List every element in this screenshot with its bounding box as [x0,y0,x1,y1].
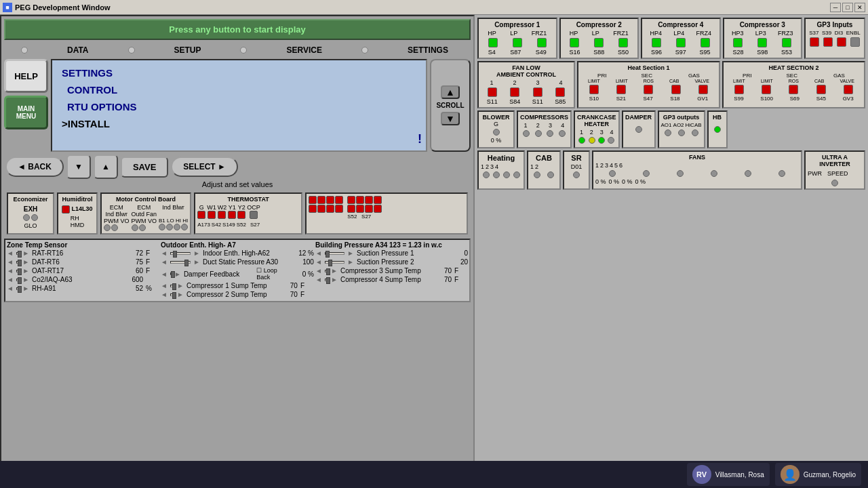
equipment-row: BLOWER G 0 % COMPRESSORS 1234 [477,110,865,148]
tab-setup[interactable]: SETUP [168,44,206,56]
left-arrow-rat[interactable]: ◄ [7,249,14,257]
left-arrow-c2s[interactable]: ◄ [161,291,167,298]
right-arrow-rh[interactable]: ► [22,285,29,292]
scroll-up[interactable]: ▲ [441,85,460,99]
ep-led-6 [317,205,326,213]
menu-item-settings[interactable]: SETTINGS [56,64,422,81]
sr-box: SR D01 [563,150,590,190]
comp1-led-lp [513,38,522,47]
c4s-value: 70 [425,276,452,283]
right-arrow-oat[interactable]: ► [22,267,29,274]
right-arrow-c3s[interactable]: ► [331,267,338,274]
user2-block: 👤 Guzman, Rogelio [775,463,861,486]
compressors-panel-box: COMPRESSORS 1234 [517,110,572,148]
help-button[interactable]: HELP [4,59,48,93]
compressor3-box: Compressor 3 HP3LP3FRZ3 S28S98S53 [723,18,803,59]
compressor2-box: Compressor 2 HPLPFRZ1 S16S88S50 [559,18,639,59]
comp4-led-frz [701,38,710,47]
left-arrow-c1s[interactable]: ◄ [161,282,167,289]
nav-dot-4 [361,47,368,54]
nav-dot-1 [21,47,28,54]
damper-title: DAMPER [625,114,652,121]
sr-led [573,171,580,178]
right-arrow-c4s[interactable]: ► [331,276,338,283]
comp-panel-led-2 [535,130,542,137]
right-arrow-rat[interactable]: ► [22,249,29,257]
bp-label: Building Pressure A34 123 = 1.23 in w.c [315,241,468,249]
hs2-led-3 [789,85,798,94]
menu-item-rtu[interactable]: RTU OPTIONS [56,98,422,115]
tab-settings[interactable]: SETTINGS [402,44,454,56]
left-arrow-rh[interactable]: ◄ [7,285,14,292]
right-arrow-sp1[interactable]: ► [347,249,354,257]
heat-section2-box: HEAT SECTION 2 PRISEC GAS LIMITLIMITROSC… [722,61,865,108]
ep-led-8 [335,205,343,213]
right-arrow-ds[interactable]: ► [193,258,200,266]
damper-box: DAMPER [622,110,656,148]
right-arrow-sp2[interactable]: ► [347,258,354,266]
left-arrow-ds[interactable]: ◄ [161,258,167,266]
gp3-outputs-title: GP3 outputs [661,114,702,121]
ds-value: 100 [287,258,314,266]
left-arrow-sp1[interactable]: ◄ [315,249,322,257]
left-arrow-c4s[interactable]: ◄ [315,276,322,283]
ds-label: Duct Static Pressure A30 [203,258,284,266]
scroll-down[interactable]: ▼ [441,112,460,125]
compressors-panel-title: COMPRESSORS [520,114,568,121]
right-arrow-co2[interactable]: ► [22,276,29,283]
menu-item-install[interactable]: >INSTALL [56,115,422,132]
mc-led-5 [159,224,165,230]
loopback-checkbox[interactable]: ☐ Loop Back [256,267,287,281]
economizer-label: EXH [24,205,38,213]
maximize-button[interactable]: □ [842,3,853,12]
hs1-led-3 [644,85,653,94]
up-button[interactable]: ▲ [94,155,118,179]
user2-avatar: 👤 [781,465,800,484]
tab-data[interactable]: DATA [62,44,94,56]
tab-service[interactable]: SERVICE [281,44,327,56]
left-arrow-oat[interactable]: ◄ [7,267,14,274]
comp4-title: Compressor 4 [644,21,717,28]
down-button[interactable]: ▼ [66,155,91,179]
left-arrow-c3s[interactable]: ◄ [315,267,322,274]
right-arrow-ie[interactable]: ► [193,249,200,257]
fan-led-4 [555,87,565,97]
hs2-led-5 [844,85,853,94]
heat-fans-row: Heating 1234 CAB 12 [477,150,865,190]
left-arrow-ie[interactable]: ◄ [161,249,167,257]
gp3-outputs-box: GP3 outputs AO1AO2HiCAB [658,110,705,148]
c2s-value: 70 [271,291,298,298]
heat2-title: HEAT SECTION 2 [726,64,862,71]
c4s-label: Compressor 4 Sump Temp [340,276,422,283]
th-led-w1 [208,211,216,219]
main-menu-button[interactable]: MAINMENU [4,96,48,129]
mc-led-7 [174,224,180,230]
blower-title: BLOWER [481,114,511,121]
ep-led-14 [356,205,364,213]
right-arrow-c2s[interactable]: ► [177,291,184,298]
gp3-out-led-2 [678,129,685,136]
inverter-pwr-label: PWR [808,170,822,177]
crank-led-2 [589,137,595,144]
menu-item-control[interactable]: CONTROL [56,81,422,98]
heat-led-1 [483,171,490,178]
compressor-row: Compressor 1 HPLPFRZ1 S4S87S49 Compresso… [477,18,865,59]
select-button[interactable]: SELECT ► [171,157,238,177]
minimize-button[interactable]: ─ [830,3,841,12]
close-button[interactable]: ✕ [854,3,865,12]
right-arrow-dat[interactable]: ► [22,258,29,266]
left-arrow-sp2[interactable]: ◄ [315,258,322,266]
left-arrow-df[interactable]: ◄ [161,270,167,278]
heat1-title: Heat Section 1 [580,64,717,71]
compressor1-box: Compressor 1 HPLPFRZ1 S4S87S49 [477,18,557,59]
right-arrow-c1s[interactable]: ► [177,282,184,289]
left-arrow-co2[interactable]: ◄ [7,276,14,283]
mc-led-6 [166,224,173,230]
sr-title: SR [566,154,587,162]
comp4-led-lp [676,38,686,47]
right-arrow-df[interactable]: ► [174,270,181,278]
back-button[interactable]: ◄ BACK [5,157,64,177]
save-button[interactable]: SAVE [121,157,168,178]
left-arrow-dat[interactable]: ◄ [7,258,14,266]
cab-box: CAB 12 [527,150,561,190]
